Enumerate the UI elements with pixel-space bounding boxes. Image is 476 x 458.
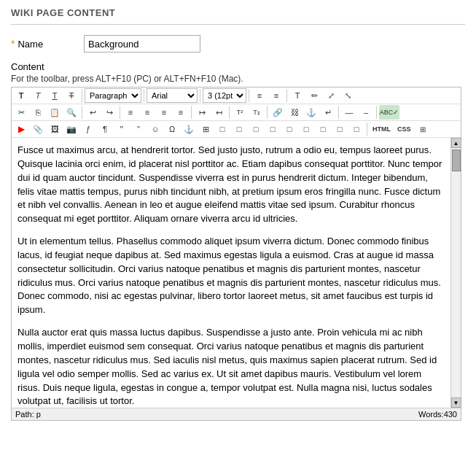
paste-button[interactable]: 📋 <box>47 105 63 120</box>
separator-5 <box>286 89 287 102</box>
separator-2 <box>144 89 144 102</box>
italic-button[interactable]: T <box>30 88 46 103</box>
tb7[interactable]: □ <box>315 122 331 136</box>
underline-button[interactable]: T <box>47 88 63 103</box>
spellcheck-button[interactable]: ABC✓ <box>379 105 399 120</box>
paragraph-2: Ut in elementum tellus. Phasellus commod… <box>17 235 445 317</box>
scroll-thumb[interactable] <box>452 150 461 171</box>
separator-4 <box>249 89 249 102</box>
attachment-button[interactable]: 📎 <box>30 122 46 136</box>
required-star: * <box>11 38 15 50</box>
format-select[interactable]: Paragraph <box>85 88 141 103</box>
editor-container: T T T T Paragraph Arial 3 (12pt) ≡ ≡ T ✏… <box>11 87 461 421</box>
word-count: Words:430 <box>418 410 457 419</box>
toolbar-row-1: T T T T Paragraph Arial 3 (12pt) ≡ ≡ T ✏… <box>12 88 461 104</box>
separator-6 <box>82 106 82 119</box>
scroll-up-button[interactable]: ▲ <box>451 138 461 148</box>
table-button[interactable]: ⊞ <box>198 122 214 136</box>
bold-button[interactable]: T <box>13 88 29 103</box>
name-label-group: * Name <box>11 38 84 50</box>
increase-indent-button[interactable]: T <box>289 88 305 103</box>
tb1[interactable]: □ <box>214 122 230 136</box>
align-center-button[interactable]: ≡ <box>139 105 155 120</box>
quote-open-button[interactable]: ‟ <box>114 122 130 136</box>
align-right-button[interactable]: ≡ <box>156 105 172 120</box>
image-button[interactable]: 🖼 <box>47 122 63 136</box>
tb4[interactable]: □ <box>265 122 281 136</box>
paragraph-3: Nulla auctor erat quis massa luctus dapi… <box>17 326 445 408</box>
separator-11 <box>338 106 339 119</box>
separator-10 <box>267 106 268 119</box>
toolbar-hint: For the toolbar, press ALT+F10 (PC) or A… <box>11 74 465 84</box>
editor-content[interactable]: Fusce ut maximus arcu, at hendrerit tort… <box>12 138 450 408</box>
quote-close-button[interactable]: " <box>130 122 147 136</box>
find-button[interactable]: 🔍 <box>63 105 79 120</box>
paragraph-1: Fusce ut maximus arcu, at hendrerit tort… <box>17 144 445 226</box>
editor-scroll-inner[interactable]: Fusce ut maximus arcu, at hendrerit tort… <box>12 138 450 408</box>
separator-9 <box>229 106 230 119</box>
strikethrough-button[interactable]: T <box>63 88 79 103</box>
break-button[interactable]: ↵ <box>320 105 336 120</box>
font-select[interactable]: Arial <box>147 88 198 103</box>
editor-scroll-wrapper: Fusce ut maximus arcu, at hendrerit tort… <box>12 138 461 408</box>
align-left-button[interactable]: ≡ <box>122 105 138 120</box>
separator-3 <box>200 89 200 102</box>
redo-button[interactable]: ↪ <box>101 105 117 120</box>
tb5[interactable]: □ <box>281 122 297 136</box>
scrollbar-track: ▲ ▼ <box>450 138 461 408</box>
subscript-button[interactable]: T₂ <box>249 105 265 120</box>
path-indicator: Path: p <box>15 410 41 419</box>
anchor-button[interactable]: ⚓ <box>303 105 319 120</box>
youtube-button[interactable]: ▶ <box>13 122 29 136</box>
copy-button[interactable]: ⎘ <box>30 105 46 120</box>
collapse-button[interactable]: ⤡ <box>340 88 356 103</box>
special-char-button[interactable]: Ω <box>164 122 180 136</box>
superscript-button[interactable]: T² <box>232 105 248 120</box>
tb2[interactable]: □ <box>231 122 247 136</box>
link-button[interactable]: 🔗 <box>270 105 286 120</box>
name-field-row: * Name <box>11 35 465 53</box>
separator-7 <box>120 106 120 119</box>
css-button[interactable]: CSS <box>394 122 414 136</box>
separator-13 <box>367 123 367 136</box>
undo-button[interactable]: ↩ <box>85 105 101 120</box>
toolbar-row-2: ✂ ⎘ 📋 🔍 ↩ ↪ ≡ ≡ ≡ ≡ ↦ ↤ T² T₂ 🔗 ⛓ ⚓ ↵ — <box>12 104 461 121</box>
tb9[interactable]: □ <box>348 122 364 136</box>
tb-last[interactable]: ⊞ <box>415 122 431 136</box>
separator-1 <box>82 89 82 102</box>
html-button[interactable]: HTML <box>370 122 394 136</box>
ordered-list-button[interactable]: ≡ <box>268 88 284 103</box>
hr-button[interactable]: — <box>341 105 357 120</box>
tb6[interactable]: □ <box>298 122 314 136</box>
separator-8 <box>191 106 192 119</box>
unlink-button[interactable]: ⛓ <box>286 105 303 120</box>
media-button[interactable]: 📷 <box>63 122 79 136</box>
name-input[interactable] <box>84 35 200 53</box>
name-label: Name <box>17 39 43 50</box>
expand-button[interactable]: ⤢ <box>323 88 339 103</box>
function-button[interactable]: ƒ <box>80 122 96 136</box>
scroll-down-button[interactable]: ▼ <box>451 397 461 408</box>
unordered-list-button[interactable]: ≡ <box>251 88 268 103</box>
tb3[interactable]: □ <box>248 122 264 136</box>
separator-12 <box>376 106 377 119</box>
align-justify-button[interactable]: ≡ <box>173 105 189 120</box>
rtl-button[interactable]: ↤ <box>211 105 227 120</box>
tb8[interactable]: □ <box>332 122 348 136</box>
editor-status-bar: Path: p Words:430 <box>12 408 461 420</box>
ltr-button[interactable]: ↦ <box>194 105 210 120</box>
paragraph-mark-button[interactable]: ¶ <box>97 122 113 136</box>
pencil-icon-button[interactable]: ✏ <box>306 88 322 103</box>
dash-button[interactable]: – <box>358 105 374 120</box>
size-select[interactable]: 3 (12pt) <box>203 88 246 103</box>
toolbar-row-3: ▶ 📎 🖼 📷 ƒ ¶ ‟ " ☺ Ω ⚓ ⊞ □ □ □ □ □ □ □ □ … <box>12 121 461 138</box>
smiley-button[interactable]: ☺ <box>147 122 163 136</box>
anchor2-button[interactable]: ⚓ <box>181 122 197 136</box>
cut-button[interactable]: ✂ <box>13 105 29 120</box>
content-label: Content <box>11 61 465 72</box>
page-title: WIKI PAGE CONTENT <box>11 7 465 25</box>
